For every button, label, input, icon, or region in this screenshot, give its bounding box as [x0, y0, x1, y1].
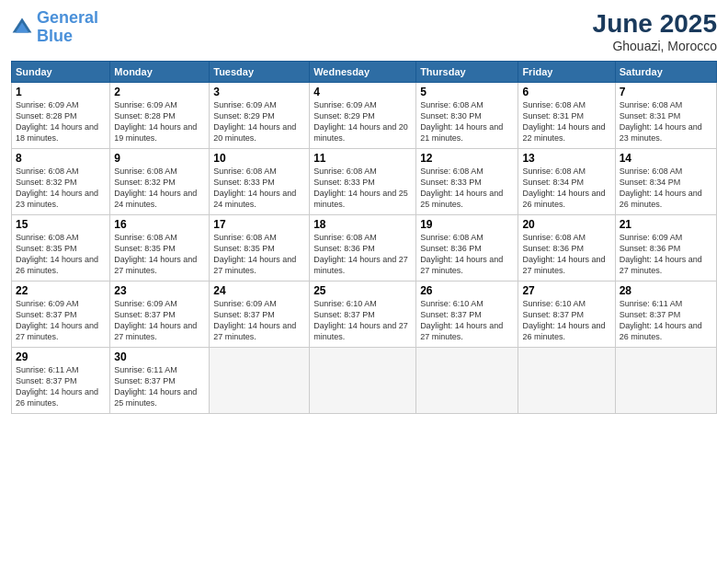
day-number: 9 — [114, 152, 205, 165]
day-number: 28 — [620, 284, 712, 297]
day-info: Sunrise: 6:08 AM Sunset: 8:34 PM Dayligh… — [522, 166, 610, 211]
day-info: Sunrise: 6:11 AM Sunset: 8:37 PM Dayligh… — [114, 364, 205, 409]
header-cell-sunday: Sunday — [12, 62, 110, 83]
day-number: 18 — [313, 218, 412, 231]
calendar-cell: 15 Sunrise: 6:08 AM Sunset: 8:35 PM Dayl… — [12, 215, 110, 282]
day-info: Sunrise: 6:10 AM Sunset: 8:37 PM Dayligh… — [522, 298, 610, 343]
day-number: 29 — [16, 350, 106, 363]
day-info: Sunrise: 6:08 AM Sunset: 8:35 PM Dayligh… — [213, 232, 305, 277]
calendar-cell: 24 Sunrise: 6:09 AM Sunset: 8:37 PM Dayl… — [210, 282, 310, 348]
day-number: 25 — [313, 284, 412, 297]
header-cell-saturday: Saturday — [615, 62, 716, 83]
day-number: 19 — [420, 218, 514, 231]
day-info: Sunrise: 6:08 AM Sunset: 8:36 PM Dayligh… — [313, 232, 412, 277]
header-cell-thursday: Thursday — [416, 62, 518, 83]
day-info: Sunrise: 6:08 AM Sunset: 8:34 PM Dayligh… — [620, 166, 712, 211]
day-number: 8 — [16, 152, 106, 165]
month-title: June 2025 — [593, 9, 717, 39]
calendar-cell: 2 Sunrise: 6:09 AM Sunset: 8:28 PM Dayli… — [110, 83, 210, 149]
day-number: 7 — [620, 86, 712, 98]
calendar-week-2: 8 Sunrise: 6:08 AM Sunset: 8:32 PM Dayli… — [12, 149, 717, 215]
calendar-week-4: 22 Sunrise: 6:09 AM Sunset: 8:37 PM Dayl… — [12, 282, 717, 348]
calendar-body: 1 Sunrise: 6:09 AM Sunset: 8:28 PM Dayli… — [12, 83, 717, 414]
day-info: Sunrise: 6:09 AM Sunset: 8:29 PM Dayligh… — [213, 99, 305, 144]
day-number: 15 — [16, 218, 106, 231]
day-number: 5 — [420, 86, 514, 98]
header-cell-monday: Monday — [110, 62, 210, 83]
calendar-cell: 9 Sunrise: 6:08 AM Sunset: 8:32 PM Dayli… — [110, 149, 210, 215]
day-number: 11 — [313, 152, 412, 165]
calendar-week-1: 1 Sunrise: 6:09 AM Sunset: 8:28 PM Dayli… — [12, 83, 717, 149]
logo-icon — [11, 17, 33, 39]
calendar-cell: 6 Sunrise: 6:08 AM Sunset: 8:31 PM Dayli… — [518, 83, 615, 149]
calendar-cell: 14 Sunrise: 6:08 AM Sunset: 8:34 PM Dayl… — [615, 149, 716, 215]
day-info: Sunrise: 6:09 AM Sunset: 8:37 PM Dayligh… — [213, 298, 305, 343]
calendar-cell: 27 Sunrise: 6:10 AM Sunset: 8:37 PM Dayl… — [518, 282, 615, 348]
day-number: 24 — [213, 284, 305, 297]
day-info: Sunrise: 6:09 AM Sunset: 8:36 PM Dayligh… — [620, 232, 712, 277]
calendar-cell: 19 Sunrise: 6:08 AM Sunset: 8:36 PM Dayl… — [416, 215, 518, 282]
title-area: June 2025 Ghouazi, Morocco — [593, 9, 717, 53]
day-number: 27 — [522, 284, 610, 297]
calendar-cell: 22 Sunrise: 6:09 AM Sunset: 8:37 PM Dayl… — [12, 282, 110, 348]
calendar-cell: 26 Sunrise: 6:10 AM Sunset: 8:37 PM Dayl… — [416, 282, 518, 348]
calendar-cell — [416, 348, 518, 414]
header-cell-tuesday: Tuesday — [210, 62, 310, 83]
day-info: Sunrise: 6:08 AM Sunset: 8:30 PM Dayligh… — [420, 99, 514, 144]
calendar-cell — [210, 348, 310, 414]
day-number: 22 — [16, 284, 106, 297]
calendar-container: General Blue June 2025 Ghouazi, Morocco … — [0, 0, 728, 563]
calendar-cell: 30 Sunrise: 6:11 AM Sunset: 8:37 PM Dayl… — [110, 348, 210, 414]
header: General Blue June 2025 Ghouazi, Morocco — [11, 9, 717, 53]
header-cell-friday: Friday — [518, 62, 615, 83]
day-number: 1 — [16, 86, 106, 98]
logo: General Blue — [11, 9, 98, 46]
day-info: Sunrise: 6:08 AM Sunset: 8:31 PM Dayligh… — [522, 99, 610, 144]
calendar-cell: 17 Sunrise: 6:08 AM Sunset: 8:35 PM Dayl… — [210, 215, 310, 282]
day-info: Sunrise: 6:08 AM Sunset: 8:35 PM Dayligh… — [114, 232, 205, 277]
calendar-week-5: 29 Sunrise: 6:11 AM Sunset: 8:37 PM Dayl… — [12, 348, 717, 414]
calendar-cell: 25 Sunrise: 6:10 AM Sunset: 8:37 PM Dayl… — [310, 282, 416, 348]
calendar-cell: 3 Sunrise: 6:09 AM Sunset: 8:29 PM Dayli… — [210, 83, 310, 149]
day-info: Sunrise: 6:08 AM Sunset: 8:33 PM Dayligh… — [313, 166, 412, 211]
day-info: Sunrise: 6:09 AM Sunset: 8:29 PM Dayligh… — [313, 99, 412, 144]
calendar-cell: 12 Sunrise: 6:08 AM Sunset: 8:33 PM Dayl… — [416, 149, 518, 215]
day-info: Sunrise: 6:10 AM Sunset: 8:37 PM Dayligh… — [420, 298, 514, 343]
day-info: Sunrise: 6:08 AM Sunset: 8:33 PM Dayligh… — [213, 166, 305, 211]
day-number: 14 — [620, 152, 712, 165]
day-number: 6 — [522, 86, 610, 98]
calendar-cell: 7 Sunrise: 6:08 AM Sunset: 8:31 PM Dayli… — [615, 83, 716, 149]
calendar-cell — [310, 348, 416, 414]
day-number: 13 — [522, 152, 610, 165]
location-subtitle: Ghouazi, Morocco — [593, 39, 717, 53]
calendar-cell: 28 Sunrise: 6:11 AM Sunset: 8:37 PM Dayl… — [615, 282, 716, 348]
day-number: 21 — [620, 218, 712, 231]
calendar-cell: 18 Sunrise: 6:08 AM Sunset: 8:36 PM Dayl… — [310, 215, 416, 282]
calendar-header-row: SundayMondayTuesdayWednesdayThursdayFrid… — [12, 62, 717, 83]
calendar-week-3: 15 Sunrise: 6:08 AM Sunset: 8:35 PM Dayl… — [12, 215, 717, 282]
calendar-cell: 4 Sunrise: 6:09 AM Sunset: 8:29 PM Dayli… — [310, 83, 416, 149]
calendar-cell: 10 Sunrise: 6:08 AM Sunset: 8:33 PM Dayl… — [210, 149, 310, 215]
day-info: Sunrise: 6:09 AM Sunset: 8:37 PM Dayligh… — [16, 298, 106, 343]
calendar-cell — [518, 348, 615, 414]
calendar-cell: 5 Sunrise: 6:08 AM Sunset: 8:30 PM Dayli… — [416, 83, 518, 149]
day-info: Sunrise: 6:09 AM Sunset: 8:28 PM Dayligh… — [114, 99, 205, 144]
day-number: 4 — [313, 86, 412, 98]
calendar-cell: 16 Sunrise: 6:08 AM Sunset: 8:35 PM Dayl… — [110, 215, 210, 282]
calendar-cell: 8 Sunrise: 6:08 AM Sunset: 8:32 PM Dayli… — [12, 149, 110, 215]
day-info: Sunrise: 6:08 AM Sunset: 8:32 PM Dayligh… — [114, 166, 205, 211]
day-number: 30 — [114, 350, 205, 363]
day-info: Sunrise: 6:09 AM Sunset: 8:37 PM Dayligh… — [114, 298, 205, 343]
day-number: 3 — [213, 86, 305, 98]
calendar-cell: 11 Sunrise: 6:08 AM Sunset: 8:33 PM Dayl… — [310, 149, 416, 215]
calendar-cell: 23 Sunrise: 6:09 AM Sunset: 8:37 PM Dayl… — [110, 282, 210, 348]
day-info: Sunrise: 6:08 AM Sunset: 8:33 PM Dayligh… — [420, 166, 514, 211]
day-number: 2 — [114, 86, 205, 98]
day-info: Sunrise: 6:08 AM Sunset: 8:31 PM Dayligh… — [620, 99, 712, 144]
day-info: Sunrise: 6:08 AM Sunset: 8:36 PM Dayligh… — [522, 232, 610, 277]
calendar-cell: 21 Sunrise: 6:09 AM Sunset: 8:36 PM Dayl… — [615, 215, 716, 282]
calendar-cell: 13 Sunrise: 6:08 AM Sunset: 8:34 PM Dayl… — [518, 149, 615, 215]
day-info: Sunrise: 6:11 AM Sunset: 8:37 PM Dayligh… — [620, 298, 712, 343]
calendar-cell — [615, 348, 716, 414]
header-cell-wednesday: Wednesday — [310, 62, 416, 83]
